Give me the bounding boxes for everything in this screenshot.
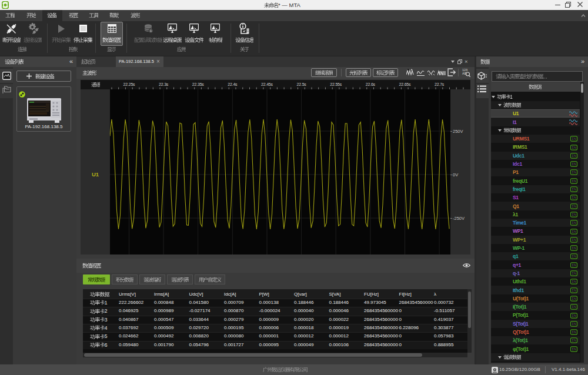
svg-text:ΣN: ΣN — [572, 297, 576, 300]
svg-text:ΣN: ΣN — [572, 255, 576, 258]
svg-text:ΣN: ΣN — [572, 238, 576, 242]
svg-text:ΣN: ΣN — [572, 154, 576, 158]
svg-text:ΣN: ΣN — [572, 347, 576, 351]
svg-text:ΣN: ΣN — [572, 339, 576, 342]
svg-text:ΣN: ΣN — [572, 205, 576, 208]
svg-text:ΣN: ΣN — [572, 322, 576, 326]
svg-text:ΣN: ΣN — [572, 263, 576, 267]
svg-text:ΣN: ΣN — [572, 170, 576, 174]
svg-text:ΣN: ΣN — [572, 162, 576, 166]
svg-text:ΣN: ΣN — [572, 272, 576, 275]
svg-text:ΣN: ΣN — [572, 221, 576, 225]
svg-text:ΣN: ΣN — [572, 305, 576, 309]
svg-text:ΣN: ΣN — [572, 289, 576, 292]
svg-text:ΣN: ΣN — [572, 179, 576, 183]
svg-text:ΣN: ΣN — [572, 314, 576, 317]
svg-text:ΣN: ΣN — [572, 146, 576, 149]
svg-text:ΣN: ΣN — [572, 137, 576, 140]
svg-text:ΣN: ΣN — [572, 196, 576, 199]
svg-text:ΣN: ΣN — [572, 330, 576, 334]
svg-text:ΣN: ΣN — [572, 246, 576, 250]
svg-text:ΣN: ΣN — [572, 188, 576, 191]
svg-text:ΣN: ΣN — [572, 230, 576, 233]
svg-text:ΣN: ΣN — [572, 213, 576, 216]
svg-text:ΣN: ΣN — [572, 280, 576, 283]
